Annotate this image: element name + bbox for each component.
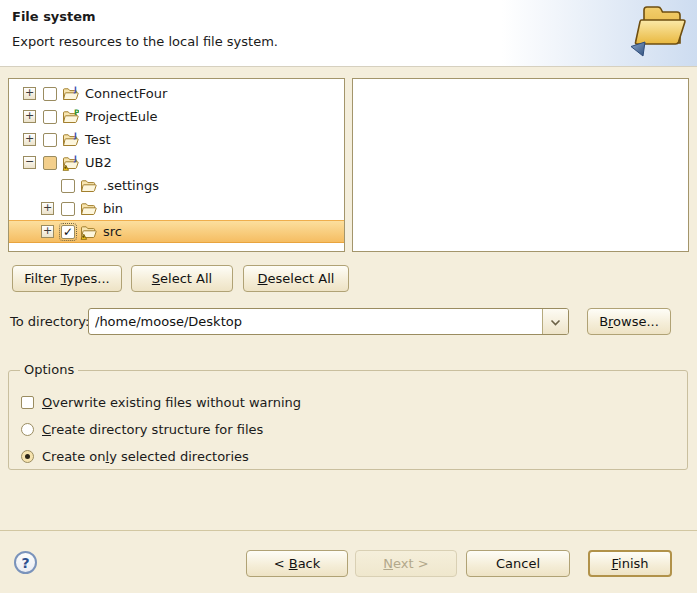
label-text: y selected directories [109, 449, 249, 464]
label-mnemonic: B [289, 556, 298, 571]
option-label: Overwrite existing files without warning [42, 395, 301, 410]
tree-row-ub2[interactable]: −JUB2 [9, 151, 344, 174]
label-text: eselect All [268, 271, 335, 286]
folder-warning-icon [80, 224, 97, 240]
tree-item-label: src [103, 224, 122, 239]
tree-checkbox[interactable] [43, 133, 57, 147]
to-directory-combo[interactable] [88, 308, 569, 335]
label-text: inish [618, 556, 648, 571]
directory-structure-option[interactable]: Create directory structure for files [21, 420, 263, 438]
tree-item-label: UB2 [85, 155, 112, 170]
options-group-title: Options [20, 362, 78, 377]
java-project-icon: J [62, 86, 79, 102]
label-mnemonic: N [383, 556, 393, 571]
folder-icon [80, 178, 97, 194]
label-text: Filter [24, 271, 60, 286]
tree-row-test[interactable]: +JTest [9, 128, 344, 151]
label-text: verwrite existing files without warning [52, 395, 301, 410]
page-description: Export resources to the local file syste… [12, 34, 278, 49]
plugin-project-icon: P [62, 109, 79, 125]
file-list-pane[interactable] [352, 78, 689, 252]
expand-plus-icon[interactable]: + [23, 133, 36, 146]
label-mnemonic: D [258, 271, 268, 286]
option-label: Create directory structure for files [42, 422, 263, 437]
expand-plus-icon[interactable]: + [41, 202, 54, 215]
label-mnemonic: O [42, 395, 52, 410]
button-label: < Back [274, 556, 321, 571]
button-label: Next > [383, 556, 428, 571]
svg-text:P: P [74, 109, 79, 117]
tree-checkbox[interactable] [61, 179, 75, 193]
tree-item-label: Test [85, 132, 111, 147]
tree-checkbox[interactable] [43, 87, 57, 101]
deselect-all-button[interactable]: Deselect All [243, 265, 349, 292]
tree-checkbox[interactable] [43, 156, 57, 170]
label-text: elect All [160, 271, 212, 286]
page-title: File system [12, 9, 96, 24]
expand-plus-icon[interactable]: + [41, 225, 54, 238]
java-project-icon: J [62, 132, 79, 148]
label-text: Create on [42, 449, 106, 464]
export-folder-icon [627, 1, 691, 61]
tree-row-settings[interactable]: .settings [9, 174, 344, 197]
collapse-minus-icon[interactable]: − [23, 156, 36, 169]
overwrite-option[interactable]: Overwrite existing files without warning [21, 393, 301, 411]
tree-item-label: ProjectEule [85, 109, 158, 124]
tree-row-src[interactable]: +✓src [9, 220, 344, 243]
only-selected-radio[interactable] [21, 450, 34, 463]
button-label: Browse... [599, 314, 659, 329]
button-label: Select All [152, 271, 212, 286]
finish-button[interactable]: Finish [588, 550, 672, 577]
cancel-button[interactable]: Cancel [466, 550, 570, 577]
separator [0, 530, 697, 531]
label-text: < [274, 556, 289, 571]
label-text: B [599, 314, 608, 329]
label-text: owse... [613, 314, 659, 329]
filter-types-button[interactable]: Filter Types... [12, 265, 122, 292]
label-text: ack [298, 556, 321, 571]
select-all-button[interactable]: Select All [131, 265, 233, 292]
button-label: Filter Types... [24, 271, 109, 286]
button-label: Finish [611, 556, 648, 571]
button-label: Deselect All [258, 271, 335, 286]
tree-checkbox[interactable]: ✓ [61, 225, 75, 239]
to-directory-label: To directory: [10, 314, 89, 329]
tree-row-bin[interactable]: +bin [9, 197, 344, 220]
label-text: ext > [393, 556, 429, 571]
folder-icon [80, 201, 97, 217]
tree-item-label: .settings [103, 178, 159, 193]
tree-row-projecteule[interactable]: +PProjectEule [9, 105, 344, 128]
tree-item-label: bin [103, 201, 123, 216]
label-text: reate directory structure for files [51, 422, 263, 437]
options-group: Overwrite existing files without warning… [8, 370, 688, 470]
svg-text:J: J [73, 86, 77, 94]
label-text: ypes... [67, 271, 110, 286]
tree-checkbox[interactable] [43, 110, 57, 124]
next-button: Next > [355, 550, 457, 577]
tree-row-connectfour[interactable]: +JConnectFour [9, 82, 344, 105]
tree-item-label: ConnectFour [85, 86, 167, 101]
to-directory-input[interactable] [89, 309, 542, 334]
option-label: Create only selected directories [42, 449, 249, 464]
question-mark-icon: ? [21, 555, 29, 571]
resource-tree[interactable]: +JConnectFour+PProjectEule+JTest−JUB2.se… [8, 78, 345, 252]
browse-button[interactable]: Browse... [587, 308, 671, 335]
label-mnemonic: S [152, 271, 160, 286]
only-selected-option[interactable]: Create only selected directories [21, 447, 249, 465]
wizard-header: File system Export resources to the loca… [0, 0, 697, 67]
label-mnemonic: C [42, 422, 51, 437]
svg-text:J: J [73, 132, 77, 140]
chevron-down-icon [550, 314, 561, 329]
tree-checkbox[interactable] [61, 202, 75, 216]
expand-plus-icon[interactable]: + [23, 110, 36, 123]
directory-structure-radio[interactable] [21, 423, 34, 436]
overwrite-checkbox[interactable] [21, 396, 34, 409]
help-button[interactable]: ? [14, 551, 37, 574]
java-project-warning-icon: J [62, 155, 79, 171]
back-button[interactable]: < Back [246, 550, 348, 577]
expand-plus-icon[interactable]: + [23, 87, 36, 100]
svg-text:J: J [73, 155, 77, 163]
button-label: Cancel [496, 556, 540, 571]
combo-dropdown-button[interactable] [542, 309, 568, 334]
